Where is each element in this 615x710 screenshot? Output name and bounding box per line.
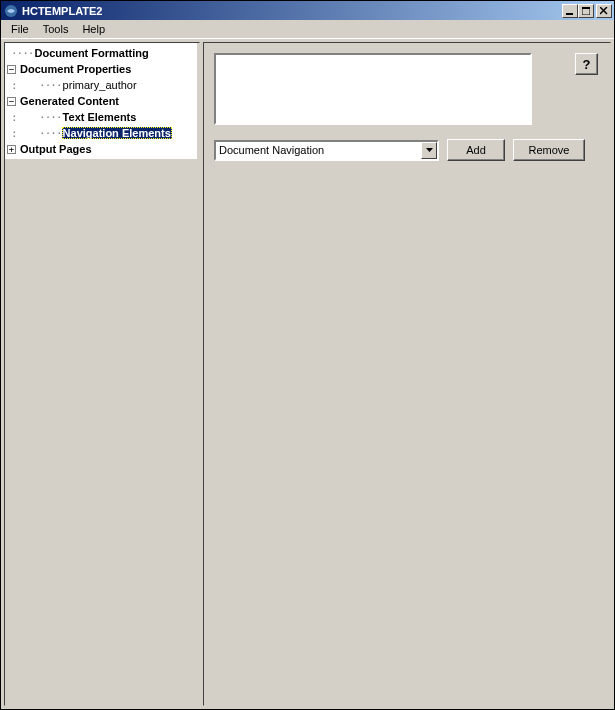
tree-node-primary-author[interactable]: : ···· primary_author xyxy=(5,77,197,93)
chevron-down-icon[interactable] xyxy=(421,142,437,159)
menu-bar: File Tools Help xyxy=(1,20,614,39)
help-button[interactable]: ? xyxy=(575,53,598,75)
minimize-button[interactable] xyxy=(562,4,578,18)
remove-button[interactable]: Remove xyxy=(513,139,585,161)
window-controls xyxy=(562,4,612,18)
app-icon xyxy=(3,3,19,19)
tree-panel[interactable]: ···· Document Formatting − Document Prop… xyxy=(5,43,197,159)
svg-marker-6 xyxy=(426,148,433,152)
svg-rect-3 xyxy=(582,7,590,9)
add-button[interactable]: Add xyxy=(447,139,505,161)
tree-node-generated-content[interactable]: − Generated Content xyxy=(5,93,197,109)
svg-rect-1 xyxy=(566,13,573,15)
close-button[interactable] xyxy=(596,4,612,18)
controls-row: Document Navigation Add Remove xyxy=(214,139,600,161)
menu-file[interactable]: File xyxy=(4,21,36,37)
content-panel-frame: ? Document Navigation Add Remove xyxy=(203,42,611,706)
tree-node-document-formatting[interactable]: ···· Document Formatting xyxy=(5,45,197,61)
element-type-dropdown[interactable]: Document Navigation xyxy=(214,140,439,161)
window-title: HCTEMPLATE2 xyxy=(22,5,562,17)
collapse-icon[interactable]: − xyxy=(7,65,16,74)
maximize-button[interactable] xyxy=(578,4,594,18)
tree-node-navigation-elements[interactable]: : ···· Navigation Elements xyxy=(5,125,197,141)
content-panel: ? Document Navigation Add Remove xyxy=(204,43,610,171)
tree-node-document-properties[interactable]: − Document Properties xyxy=(5,61,197,77)
tree-node-text-elements[interactable]: : ···· Text Elements xyxy=(5,109,197,125)
menu-tools[interactable]: Tools xyxy=(36,21,76,37)
menu-help[interactable]: Help xyxy=(75,21,112,37)
collapse-icon[interactable]: − xyxy=(7,97,16,106)
expand-icon[interactable]: + xyxy=(7,145,16,154)
dropdown-value: Document Navigation xyxy=(216,142,421,159)
tree-panel-frame: ···· Document Formatting − Document Prop… xyxy=(4,42,200,706)
title-bar: HCTEMPLATE2 xyxy=(1,1,614,20)
elements-listbox[interactable] xyxy=(214,53,532,125)
tree-node-output-pages[interactable]: + Output Pages xyxy=(5,141,197,157)
client-area: ···· Document Formatting − Document Prop… xyxy=(1,39,614,709)
